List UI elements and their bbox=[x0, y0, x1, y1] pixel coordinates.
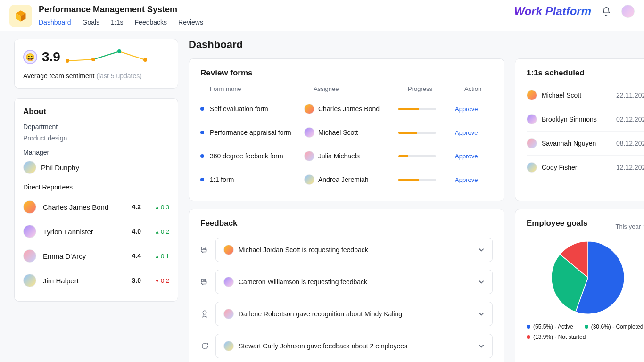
reportee-name: Charles James Bond bbox=[43, 203, 119, 211]
brand-logo: Work Platform bbox=[514, 5, 591, 18]
reportee-delta: ▴ 0.2 bbox=[146, 228, 169, 235]
tab-1-1s[interactable]: 1:1s bbox=[111, 18, 123, 31]
schedule-date: 22.11.2022 bbox=[616, 91, 644, 99]
reportee-row[interactable]: Tyrion Lannister 4.0 ▴ 0.2 bbox=[23, 219, 169, 244]
manager-label: Manager bbox=[23, 148, 169, 156]
avatar bbox=[304, 174, 314, 185]
goals-filter[interactable]: This year bbox=[616, 223, 644, 230]
assignee-name: Julia Michaels bbox=[318, 152, 360, 160]
reportee-delta: ▾ 0.2 bbox=[146, 277, 169, 284]
review-forms-panel: Review forms Form name Assignee Progress… bbox=[189, 58, 504, 201]
schedule-row[interactable]: Brooklyn Simmons 02.12.2022 bbox=[527, 107, 644, 132]
svg-point-1 bbox=[91, 58, 95, 61]
col-progress: Progress bbox=[408, 85, 464, 92]
assignee-name: Charles James Bond bbox=[318, 105, 380, 113]
chevron-down-icon bbox=[478, 311, 485, 317]
table-row: 360 degree feeback form Julia Michaels A… bbox=[200, 144, 493, 168]
avatar bbox=[304, 151, 314, 161]
chevron-down-icon bbox=[478, 343, 485, 349]
tab-reviews[interactable]: Reviews bbox=[178, 18, 203, 31]
approve-link[interactable]: Approve bbox=[455, 106, 478, 113]
avatar bbox=[527, 162, 537, 173]
reportee-name: Jim Halpert bbox=[43, 277, 119, 285]
avatar bbox=[23, 274, 36, 287]
smile-icon: 😄 bbox=[23, 50, 37, 64]
col-form: Form name bbox=[210, 85, 314, 92]
feedback-text: Stewart Carly Johnson gave feedback abou… bbox=[239, 342, 473, 350]
schedule-heading: 1:1s scheduled bbox=[527, 68, 644, 78]
progress-bar bbox=[398, 108, 436, 110]
msg-icon bbox=[200, 342, 209, 350]
table-row: 1:1 form Andrea Jeremiah Approve bbox=[200, 168, 493, 191]
schedule-row[interactable]: Cody Fisher 12.12.2022 bbox=[527, 156, 644, 179]
reportee-score: 4.4 bbox=[124, 252, 141, 260]
avatar bbox=[223, 277, 234, 287]
schedule-panel: 1:1s scheduled Michael Scott 22.11.2022B… bbox=[515, 58, 644, 201]
assignee-name: Andrea Jeremiah bbox=[318, 176, 369, 183]
schedule-row[interactable]: Savannah Nguyen 08.12.2022 bbox=[527, 132, 644, 156]
table-row: Self evaluation form Charles James Bond … bbox=[200, 97, 493, 121]
feedback-card[interactable]: Michael Jordan Scott is requesting feedb… bbox=[215, 238, 493, 262]
feedback-card[interactable]: Stewart Carly Johnson gave feedback abou… bbox=[215, 334, 493, 358]
schedule-name: Savannah Nguyen bbox=[542, 140, 596, 147]
approve-link[interactable]: Approve bbox=[455, 153, 478, 160]
status-dot bbox=[200, 154, 204, 158]
manager-name: Phil Dunphy bbox=[41, 164, 79, 172]
goals-pie-chart bbox=[548, 238, 628, 318]
user-avatar[interactable] bbox=[621, 5, 635, 18]
progress-bar bbox=[398, 179, 436, 181]
avatar bbox=[23, 225, 36, 238]
dept-value: Product design bbox=[23, 134, 169, 142]
approve-link[interactable]: Approve bbox=[455, 129, 478, 136]
reportee-delta: ▴ 0.1 bbox=[146, 253, 169, 260]
tab-goals[interactable]: Goals bbox=[83, 18, 100, 31]
goals-heading: Employee goals bbox=[527, 219, 587, 228]
reportee-row[interactable]: Jim Halpert 3.0 ▾ 0.2 bbox=[23, 268, 169, 293]
feedback-text: Michael Jordan Scott is requesting feedb… bbox=[239, 246, 473, 254]
reportee-row[interactable]: Emma D'Arcy 4.4 ▴ 0.1 bbox=[23, 244, 169, 268]
reportee-delta: ▴ 0.3 bbox=[146, 204, 169, 211]
svg-point-0 bbox=[66, 59, 69, 63]
award-icon bbox=[200, 310, 209, 318]
feedback-text: Darlene Robertson gave recognition about… bbox=[239, 310, 473, 318]
reportee-name: Tyrion Lannister bbox=[43, 228, 119, 236]
bell-icon[interactable] bbox=[602, 7, 611, 16]
reportee-name: Emma D'Arcy bbox=[43, 252, 119, 260]
progress-bar bbox=[398, 132, 436, 134]
chevron-down-icon bbox=[478, 247, 485, 253]
legend-item: (30.6%) - Completed bbox=[585, 323, 644, 330]
avatar bbox=[527, 114, 537, 124]
approve-link[interactable]: Approve bbox=[455, 176, 478, 183]
schedule-name: Cody Fisher bbox=[542, 164, 577, 171]
chat-icon bbox=[200, 246, 209, 254]
reportee-row[interactable]: Charles James Bond 4.2 ▴ 0.3 bbox=[23, 195, 169, 219]
tab-feedbacks[interactable]: Feedbacks bbox=[135, 18, 167, 31]
reportee-score: 4.2 bbox=[124, 203, 141, 211]
status-dot bbox=[200, 107, 204, 111]
manager-avatar bbox=[23, 161, 36, 174]
form-name: 1:1 form bbox=[210, 176, 234, 183]
schedule-name: Michael Scott bbox=[542, 91, 581, 99]
avatar bbox=[223, 245, 234, 255]
sentiment-card: 😄 3.9 Average team sentiment (last 5 upd… bbox=[14, 39, 178, 89]
reportee-score: 4.0 bbox=[124, 228, 141, 235]
avatar bbox=[304, 104, 314, 114]
col-assignee: Assignee bbox=[314, 85, 408, 92]
schedule-date: 12.12.2022 bbox=[616, 164, 644, 171]
review-forms-heading: Review forms bbox=[200, 68, 493, 78]
tab-dashboard[interactable]: Dashboard bbox=[39, 18, 71, 31]
app-header: Performance Management System Dashboard … bbox=[0, 0, 644, 31]
avatar bbox=[23, 200, 36, 214]
chat-icon bbox=[200, 278, 209, 286]
legend-item: (13.9%) - Not started bbox=[527, 334, 586, 340]
schedule-row[interactable]: Michael Scott 22.11.2022 bbox=[527, 83, 644, 107]
feedback-heading: Feedback bbox=[200, 219, 493, 228]
assignee-name: Michael Scott bbox=[318, 129, 358, 136]
reportees-label: Direct Reportees bbox=[23, 183, 169, 191]
avatar bbox=[304, 127, 314, 138]
avatar bbox=[223, 309, 234, 319]
feedback-card[interactable]: Cameron Williamson is requesting feedbac… bbox=[215, 270, 493, 294]
feedback-card[interactable]: Darlene Robertson gave recognition about… bbox=[215, 302, 493, 326]
avatar bbox=[23, 249, 36, 263]
feedback-text: Cameron Williamson is requesting feedbac… bbox=[239, 278, 473, 286]
